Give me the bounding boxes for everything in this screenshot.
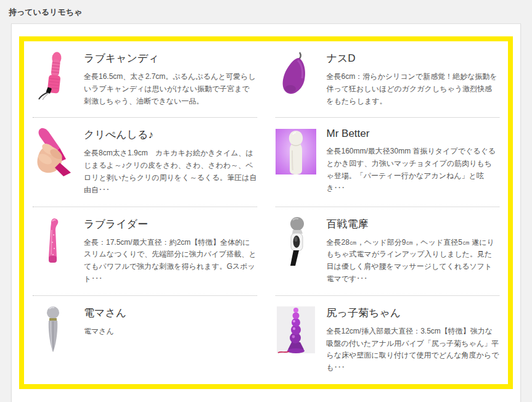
wand-massager-icon (276, 216, 316, 266)
toy-description: 全長：17.5cm/最大直径：約2cm【特徴】全体的にスリムなつくりで、先端部分… (84, 237, 257, 285)
toy-list: ラブキャンディ 全長16.5cm、太さ2.7cm。ぷるんぷるんと可愛らしいラブキ… (33, 41, 499, 384)
toy-item-shiriko-kiku: 尻っ子菊ちゃん 全長12cm/挿入部最大直径：3.5cm【特徴】強力な吸盤の付い… (276, 296, 500, 384)
toy-description: 全長8cm太さ1.9cm カキカキお絵かきタイム、はじまるよ～♪クリの皮をさわ、… (84, 147, 257, 196)
toy-description: 全長160mm/最大径30mm 首振りタイプでぐるぐるとかき回す、力強いマッチョ… (327, 146, 500, 194)
pink-vibrator-image (33, 51, 73, 100)
gray-wand-icon (33, 305, 73, 355)
toy-description: 電マさん (84, 326, 257, 338)
toy-item-hyakusen-denma: 百戦電摩 全長28㎝，ヘッド部分9㎝，ヘッド直径5㎝ 遂にりもちゃ式電マがライン… (276, 207, 500, 296)
wand-massager-image (276, 216, 316, 266)
toy-title: ナスD (327, 51, 500, 65)
toy-title: 電マさん (84, 306, 257, 320)
owned-toys-modal: ラブキャンディ 全長16.5cm、太さ2.7cm。ぷるんぷるんと可愛らしいラブキ… (11, 23, 521, 402)
modal-body: ラブキャンディ 全長16.5cm、太さ2.7cm。ぷるんぷるんと可愛らしいラブキ… (12, 24, 520, 402)
toy-item-denma-san: 電マさん 電マさん (33, 296, 257, 384)
toy-title: ラブキャンディ (84, 51, 257, 65)
toy-title: Mr Better (327, 128, 500, 140)
purple-eggplant-icon (276, 51, 316, 100)
toy-description: 全長28㎝，ヘッド部分9㎝，ヘッド直径5㎝ 遂にりもちゃ式電マがラインアップ入り… (327, 237, 500, 285)
toy-title: 百戦電摩 (327, 217, 500, 231)
toy-description: 全長12cm/挿入部最大直径：3.5cm【特徴】強力な吸盤の付いたアナル用バイブ… (327, 326, 500, 374)
toy-item-mr-better: Mr Better 全長160mm/最大径30mm 首振りタイプでぐるぐるとかき… (276, 118, 500, 207)
toy-item-love-rider: ラブライダー 全長：17.5cm/最大直径：約2cm【特徴】全体的にスリムなつく… (33, 207, 257, 296)
page-title: 持っているリモちゃ (9, 7, 82, 17)
purple-anal-beads-image (276, 305, 316, 355)
toy-item-cli-pencil: クリぺんしる♪ 全長8cm太さ1.9cm カキカキお絵かきタイム、はじまるよ～♪… (33, 118, 257, 207)
page-header: 持っているリモちゃ (0, 0, 532, 23)
white-dildo-image (276, 127, 316, 176)
toy-item-love-candy: ラブキャンディ 全長16.5cm、太さ2.7cm。ぷるんぷるんと可愛らしいラブキ… (33, 41, 257, 118)
toy-description: 全長16.5cm、太さ2.7cm。ぷるんぷるんと可愛らしいラブキャンディは思いが… (84, 71, 257, 107)
yellow-highlight-box: ラブキャンディ 全長16.5cm、太さ2.7cm。ぷるんぷるんと可愛らしいラブキ… (19, 36, 513, 389)
toy-description: 全長6cm：滑らかシリコンで新感覚！絶妙な振動を伴って狂おしいほどのガクガクしち… (327, 71, 500, 107)
gray-wand-image (33, 305, 73, 355)
purple-eggplant-image (276, 51, 316, 100)
toy-item-nasu-d: ナスD 全長6cm：滑らかシリコンで新感覚！絶妙な振動を伴って狂おしいほどのガク… (276, 41, 500, 118)
toy-title: ラブライダー (84, 217, 257, 231)
toy-title: クリぺんしる♪ (84, 128, 257, 142)
purple-anal-beads-icon (276, 305, 316, 355)
hand-holding-pen-icon (33, 127, 73, 176)
toy-title: 尻っ子菊ちゃん (327, 306, 500, 320)
hand-holding-pen-image (33, 127, 73, 176)
pink-vibrator-icon (33, 51, 73, 100)
slim-pink-vibrator-icon (33, 216, 73, 266)
white-dildo-icon (276, 127, 316, 176)
slim-pink-vibrator-image (33, 216, 73, 266)
